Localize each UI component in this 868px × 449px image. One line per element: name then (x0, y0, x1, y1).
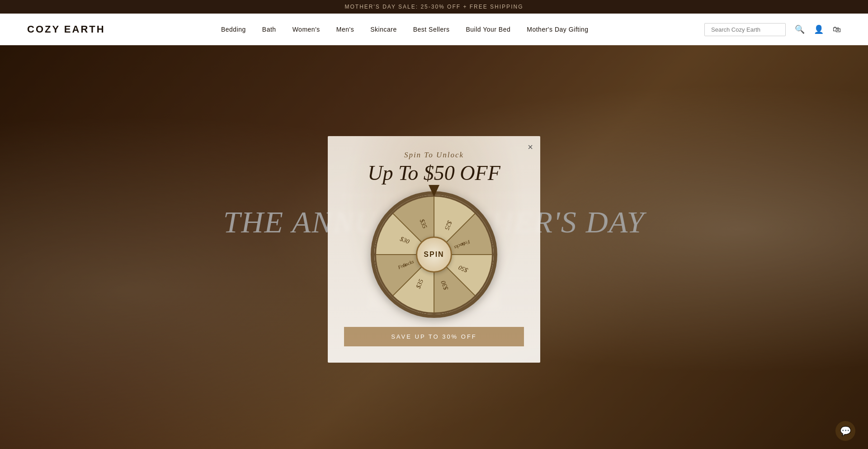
main-nav: COZY EARTH Bedding Bath Women's Men's Sk… (0, 14, 868, 45)
top-banner: MOTHER'S DAY SALE: 25-30% OFF + FREE SHI… (0, 0, 868, 14)
nav-item-best-sellers[interactable]: Best Sellers (413, 25, 450, 33)
nav-item-bath[interactable]: Bath (262, 25, 276, 33)
nav-item-build-your-bed[interactable]: Build Your Bed (466, 25, 510, 33)
modal-overlay: × Spin To Unlock Up To $50 OFF (0, 45, 868, 449)
hero-section: DISCOVER LUXURY SHE DESERVES THE ANNUAL … (0, 45, 868, 449)
nav-actions: 🔍 👤 🛍 (704, 23, 841, 36)
modal-save-button[interactable]: SAVE UP TO 30% OFF (344, 327, 524, 346)
cart-icon[interactable]: 🛍 (833, 25, 841, 34)
banner-text: MOTHER'S DAY SALE: 25-30% OFF + FREE SHI… (345, 4, 524, 10)
spin-button[interactable]: SPIN (416, 236, 452, 273)
search-input[interactable] (704, 23, 786, 36)
search-icon[interactable]: 🔍 (795, 24, 805, 34)
spin-wheel-container: $25 Free Socks $50 (371, 191, 497, 318)
modal-title: Up To $50 OFF (344, 162, 524, 184)
chat-bubble[interactable]: 💬 (835, 421, 855, 441)
modal-inner: Spin To Unlock Up To $50 OFF (328, 136, 540, 363)
account-icon[interactable]: 👤 (814, 24, 824, 34)
modal-close-button[interactable]: × (528, 142, 533, 151)
nav-item-womens[interactable]: Women's (292, 25, 320, 33)
nav-item-mothers-day[interactable]: Mother's Day Gifting (527, 25, 588, 33)
modal-subtitle: Spin To Unlock (344, 151, 524, 160)
nav-links: Bedding Bath Women's Men's Skincare Best… (221, 25, 589, 33)
wheel-pointer (429, 185, 439, 197)
nav-item-mens[interactable]: Men's (336, 25, 354, 33)
nav-item-bedding[interactable]: Bedding (221, 25, 246, 33)
site-logo[interactable]: COZY EARTH (27, 24, 105, 35)
spin-modal: × Spin To Unlock Up To $50 OFF (328, 136, 540, 363)
chat-icon: 💬 (840, 425, 851, 436)
nav-item-skincare[interactable]: Skincare (370, 25, 396, 33)
